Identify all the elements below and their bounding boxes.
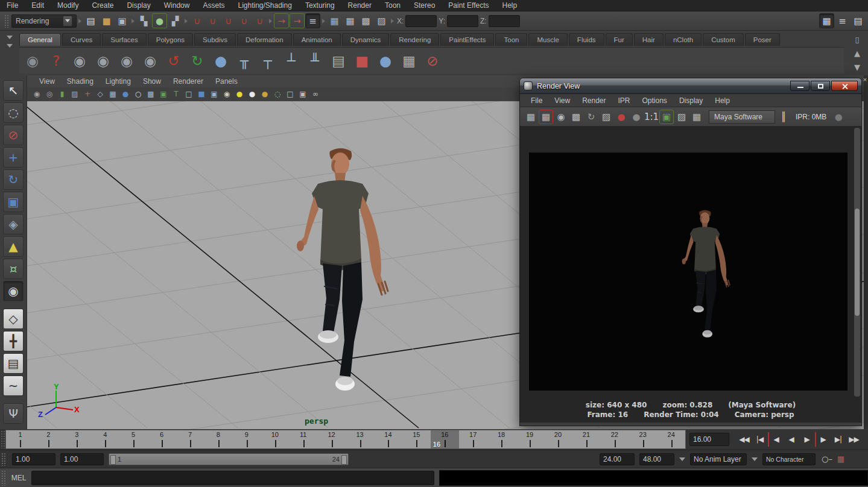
range-end-handle[interactable] xyxy=(341,455,347,465)
shelf-scroll-up-icon[interactable]: ▲ xyxy=(851,47,864,59)
select-geometry-icon[interactable]: ● xyxy=(375,50,396,72)
dragon-plugin-icon[interactable]: Ψ xyxy=(3,403,24,424)
frame-12[interactable]: 12 xyxy=(317,430,346,448)
snap-to-curves-icon[interactable]: ∪ xyxy=(205,13,220,28)
alpha-channel-icon[interactable]: ● xyxy=(629,110,644,124)
channel-box-toggle-icon[interactable]: ▤ xyxy=(851,13,866,28)
menu-set-selector[interactable]: Rendering xyxy=(11,14,77,28)
white-light-icon[interactable]: ● xyxy=(246,89,258,100)
menu-assets[interactable]: Assets xyxy=(196,0,231,11)
keep-image-icon[interactable]: ▣ xyxy=(659,110,674,124)
smooth-shade-all-icon[interactable]: ■ xyxy=(195,89,207,100)
tool-settings-toggle-icon[interactable]: ≡ xyxy=(835,13,850,28)
x-coord-input[interactable] xyxy=(405,15,437,27)
rv-menu-help[interactable]: Help xyxy=(709,96,736,105)
menu-window[interactable]: Window xyxy=(157,0,197,11)
group-separator[interactable] xyxy=(268,15,273,27)
move-tool-icon[interactable]: + xyxy=(3,147,24,168)
frame-11[interactable]: 11 xyxy=(289,430,317,448)
show-manipulator-tool-icon[interactable]: ¤ xyxy=(3,259,24,279)
delete-history-icon[interactable]: ● xyxy=(210,50,232,72)
scale-tool-icon[interactable]: ▣ xyxy=(3,192,24,212)
character-set-selector[interactable]: No Character Set xyxy=(762,453,816,465)
shelf-tab-toon[interactable]: Toon xyxy=(495,33,527,46)
frame-18[interactable]: 18 xyxy=(487,430,516,448)
range-start-handle[interactable] xyxy=(110,455,116,465)
shelf-tab-fluids[interactable]: Fluids xyxy=(569,33,604,46)
menu-file[interactable]: File xyxy=(0,0,25,11)
xray-icon[interactable]: ▣ xyxy=(208,89,220,100)
parent-icon[interactable]: ┬ xyxy=(257,50,279,72)
playblast-icon[interactable]: ◉ xyxy=(22,50,43,72)
snap-to-points-icon[interactable]: ∪ xyxy=(221,13,236,28)
ipr-region-icon[interactable]: ● xyxy=(831,110,846,124)
play-forwards-icon[interactable]: ▶ xyxy=(799,432,814,447)
group-separator[interactable] xyxy=(131,15,135,27)
frame-15[interactable]: 15 xyxy=(402,430,431,448)
frame-19[interactable]: 19 xyxy=(516,430,544,448)
ungroup-icon[interactable]: ╨ xyxy=(304,50,326,72)
y-coord-input[interactable] xyxy=(447,15,478,27)
step-back-key-icon[interactable]: ◀ xyxy=(768,432,783,447)
playback-start-field[interactable] xyxy=(60,453,104,465)
roll-camera-icon[interactable]: ◉ xyxy=(139,50,161,72)
smooth-shaded-icon[interactable]: ● xyxy=(119,89,131,100)
shelf-tab-fur[interactable]: Fur xyxy=(606,33,633,46)
frame-8[interactable]: 8 xyxy=(204,430,232,448)
timeline-grip[interactable] xyxy=(1,430,5,448)
close-button[interactable] xyxy=(831,81,858,91)
render-scrollbar[interactable] xyxy=(854,128,860,397)
shelf-tab-animation[interactable]: Animation xyxy=(293,33,341,46)
rv-menu-ipr[interactable]: IPR xyxy=(612,96,636,105)
shelf-tab-curves[interactable]: Curves xyxy=(62,33,101,46)
frame-2[interactable]: 2 xyxy=(34,430,63,448)
select-components-icon[interactable]: ▦ xyxy=(398,50,420,72)
construction-history-icon[interactable]: ≡ xyxy=(305,13,320,28)
z-coord-input[interactable] xyxy=(489,15,520,27)
shelf-tab-muscle[interactable]: Muscle xyxy=(528,33,567,46)
attribute-editor-toggle-icon[interactable]: ▦ xyxy=(819,13,834,28)
snapshot-icon[interactable]: ◉ xyxy=(554,110,568,124)
menu-help[interactable]: Help xyxy=(496,0,524,11)
shelf-tab-polygons[interactable]: Polygons xyxy=(148,33,193,46)
refresh-ipr-icon[interactable]: ↻ xyxy=(584,110,598,124)
new-scene-icon[interactable]: ▤ xyxy=(83,13,98,28)
shelf-tab-deformation[interactable]: Deformation xyxy=(237,33,292,46)
render-view-window[interactable]: Render View FileViewRenderIPROptionsDisp… xyxy=(520,78,861,426)
maximize-button[interactable] xyxy=(811,81,830,91)
go-to-end-icon[interactable]: ▶▶ xyxy=(846,432,861,447)
select-object-type-icon[interactable]: ■ xyxy=(351,50,373,72)
animation-start-field[interactable] xyxy=(12,453,55,465)
film-gate-icon[interactable]: ▦ xyxy=(107,89,119,100)
render-view-titlebar[interactable]: Render View xyxy=(520,78,861,94)
mel-command-input[interactable] xyxy=(31,471,434,485)
auto-keyframe-icon[interactable]: ○– xyxy=(820,453,834,466)
update-shaders-icon[interactable]: ▨ xyxy=(599,110,613,124)
chevron-down-icon[interactable] xyxy=(63,16,72,27)
redo-icon[interactable]: ↻ xyxy=(186,50,208,72)
group-separator[interactable] xyxy=(322,15,326,27)
shelf-tab-rendering[interactable]: Rendering xyxy=(390,33,439,46)
frame-4[interactable]: 4 xyxy=(91,430,119,448)
shelf-trash-icon[interactable]: ▯ xyxy=(851,33,864,45)
frame-6[interactable]: 6 xyxy=(148,430,176,448)
select-camera-icon[interactable]: ◉ xyxy=(31,89,43,100)
anim-layer-selector[interactable]: No Anim Layer xyxy=(690,453,747,465)
open-scene-icon[interactable]: ■ xyxy=(99,13,114,28)
frame-20[interactable]: 20 xyxy=(544,430,572,448)
group-separator[interactable] xyxy=(184,15,188,27)
menu-lighting-shading[interactable]: Lighting/Shading xyxy=(231,0,298,11)
menu-texturing[interactable]: Texturing xyxy=(299,0,341,11)
unparent-icon[interactable]: ┴ xyxy=(280,50,302,72)
last-tool-camera-icon[interactable]: ◉ xyxy=(3,281,24,301)
yellow-light-icon[interactable]: ● xyxy=(233,89,246,100)
menu-display[interactable]: Display xyxy=(120,0,157,11)
single-pane-layout-icon[interactable]: ◇ xyxy=(3,309,24,329)
flat-shaded-icon[interactable]: ○ xyxy=(132,89,144,100)
play-backwards-icon[interactable]: ◀ xyxy=(784,432,799,447)
frame-9[interactable]: 9 xyxy=(232,430,261,448)
menu-create[interactable]: Create xyxy=(85,0,120,11)
commandline-grip[interactable] xyxy=(1,470,6,486)
rv-menu-render[interactable]: Render xyxy=(576,96,612,105)
close-pane-icon[interactable]: × xyxy=(862,77,868,83)
